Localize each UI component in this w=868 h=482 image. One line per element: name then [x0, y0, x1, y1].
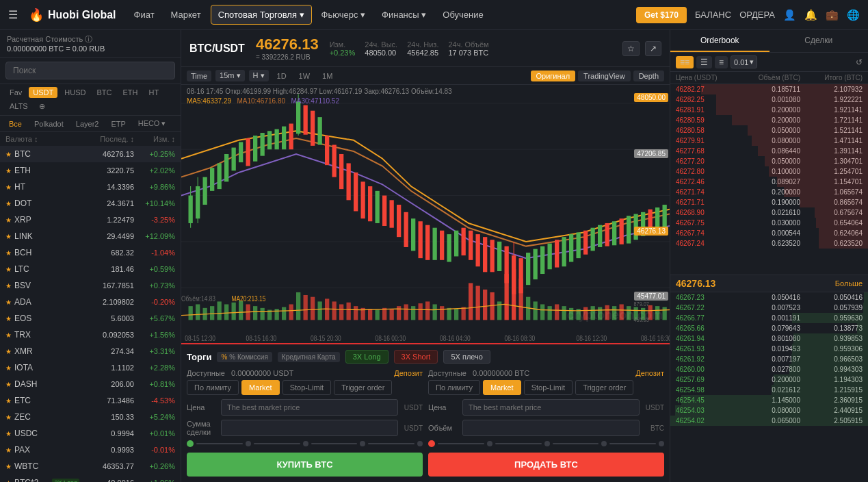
nav-education[interactable]: Обучение [436, 5, 490, 24]
view-original[interactable]: Оригинал [531, 71, 576, 81]
star-icon-eos[interactable]: ★ [5, 315, 12, 322]
sidebar-item-xrp[interactable]: ★ XRP 1.22479 -3.25% [0, 212, 181, 228]
star-icon-eth[interactable]: ★ [5, 167, 12, 175]
short-btn[interactable]: 3X Short [394, 350, 438, 364]
sell-slider-50[interactable] [544, 441, 550, 446]
ask-row[interactable]: 46282.27 0.185711 2.107932 [670, 84, 868, 94]
filter-etp[interactable]: ETP [107, 118, 129, 129]
sidebar-item-eth[interactable]: ★ ETH 3220.75 +2.02% [0, 162, 181, 179]
ask-row[interactable]: 46267.75 0.030000 0.654064 [670, 218, 868, 228]
sidebar-item-pax[interactable]: ★ PAX 0.9993 -0.01% [0, 442, 181, 458]
wallet-icon[interactable]: 💼 [826, 9, 839, 21]
nav-futures[interactable]: Фьючерс ▾ [315, 5, 372, 24]
star-icon-xrp[interactable]: ★ [5, 216, 12, 224]
bid-row[interactable]: 46260.00 0.027800 0.994303 [670, 364, 868, 375]
sidebar-item-link[interactable]: ★ LINK 29.4499 +12.09% [0, 228, 181, 244]
ask-row[interactable]: 46271.71 0.190000 0.865674 [670, 197, 868, 207]
star-icon-bsv[interactable]: ★ [5, 282, 12, 290]
nav-finance[interactable]: Финансы ▾ [375, 5, 433, 24]
sidebar-item-btc[interactable]: ★ BTC 46276.13 +0.25% [0, 146, 181, 162]
bid-row[interactable]: 46267.23 0.050416 0.050416 [670, 292, 868, 303]
tab-alts[interactable]: ALTS [5, 101, 32, 112]
sidebar-item-btc*3[interactable]: ★ BTC*3 3X Long 40.9916 +1.06% [0, 474, 181, 482]
sidebar-item-trx[interactable]: ★ TRX 0.092053 +1.56% [0, 327, 181, 343]
buy-deposit-link[interactable]: Депозит [394, 369, 423, 377]
bell-icon[interactable]: 🔔 [804, 9, 817, 21]
star-icon-xmr[interactable]: ★ [5, 348, 12, 355]
ask-row[interactable]: 46272.46 0.089027 1.154701 [670, 177, 868, 187]
sidebar-item-zec[interactable]: ★ ZEC 150.33 +5.24% [0, 409, 181, 425]
ask-row[interactable]: 46281.91 0.200000 1.921141 [670, 105, 868, 115]
bid-row[interactable]: 46257.69 0.200000 1.194303 [670, 375, 868, 385]
interval-1w[interactable]: 1W [295, 71, 315, 81]
sell-tab-market[interactable]: Market [483, 380, 521, 395]
view-tradingview[interactable]: TradingView [578, 71, 631, 81]
sell-btn[interactable]: ПРОДАТЬ ВТС [428, 453, 664, 477]
ask-row[interactable]: 46267.74 0.000544 0.624064 [670, 228, 868, 238]
sidebar-item-ltc[interactable]: ★ LTC 181.46 +0.59% [0, 261, 181, 277]
tab-ht[interactable]: HT [144, 87, 163, 98]
filter-more[interactable]: НЕСО ▾ [135, 118, 170, 129]
tab-husd[interactable]: HUSD [60, 87, 90, 98]
sell-deposit-link[interactable]: Депозит [635, 369, 664, 377]
interval-1d[interactable]: 1D [273, 71, 291, 81]
sell-tab-stop[interactable]: Stop-Limit [524, 380, 573, 395]
ask-row[interactable]: 46279.91 0.080000 1.471141 [670, 136, 868, 146]
ask-row[interactable]: 46277.20 0.050000 1.304701 [670, 156, 868, 166]
ask-row[interactable]: 46267.24 0.623520 0.623520 [670, 238, 868, 249]
tab-orderbook[interactable]: Orderbook [670, 30, 770, 52]
buy-btn[interactable]: КУПИТЬ ВТС [187, 453, 423, 477]
filter-polkadot[interactable]: Polkadot [31, 118, 67, 129]
sell-slider-dot[interactable] [428, 440, 435, 447]
buy-tab-market[interactable]: Market [241, 380, 280, 395]
ob-refresh-icon[interactable]: ↺ [856, 58, 863, 67]
lever-btn[interactable]: 5X плечо [443, 350, 490, 364]
interval-h[interactable]: H ▾ [249, 70, 269, 81]
sell-slider-25[interactable] [487, 441, 492, 446]
sell-slider-75[interactable] [601, 441, 607, 446]
sell-slider-line2[interactable] [495, 443, 542, 444]
ob-view-bids[interactable]: ≡ [715, 56, 728, 68]
buy-amount-input[interactable] [221, 420, 398, 436]
bid-row[interactable]: 46254.45 1.145000 2.360915 [670, 395, 868, 405]
ask-row[interactable]: 46268.90 0.021610 0.675674 [670, 207, 868, 218]
sell-tab-limit[interactable]: По лимиту [428, 380, 480, 395]
bid-row[interactable]: 46265.66 0.079643 0.138773 [670, 323, 868, 333]
long-btn[interactable]: 3X Long [345, 350, 389, 364]
sidebar-item-usdc[interactable]: ★ USDC 0.9994 +0.01% [0, 425, 181, 442]
ask-row[interactable]: 46277.68 0.086440 1.391141 [670, 146, 868, 156]
orders-btn[interactable]: ОРДЕРА [739, 10, 775, 20]
globe-icon[interactable]: 🌐 [847, 9, 860, 21]
buy-slider-line[interactable] [196, 443, 243, 444]
buy-price-input[interactable] [221, 399, 398, 416]
star-icon-btc*3[interactable]: ★ [5, 479, 12, 483]
share-icon-btn[interactable]: ↗ [645, 41, 661, 56]
bid-row[interactable]: 46261.93 0.019453 0.959306 [670, 344, 868, 354]
star-icon-dot[interactable]: ★ [5, 200, 12, 207]
filter-layer2[interactable]: Layer2 [73, 118, 103, 129]
sidebar-item-xmr[interactable]: ★ XMR 274.34 +3.31% [0, 343, 181, 359]
bid-row[interactable]: 46267.22 0.007523 0.057939 [670, 303, 868, 313]
ask-row[interactable]: 46280.58 0.050000 1.521141 [670, 125, 868, 136]
filter-all[interactable]: Все [5, 118, 25, 129]
sidebar-item-dot[interactable]: ★ DOT 24.3671 +10.14% [0, 195, 181, 212]
bid-row[interactable]: 46254.02 0.065000 2.505915 [670, 416, 868, 426]
tab-usdt[interactable]: USDT [29, 87, 57, 98]
time-selector[interactable]: Time [187, 71, 211, 81]
star-icon-dash[interactable]: ★ [5, 381, 12, 388]
buy-tab-limit[interactable]: По лимиту [187, 380, 239, 395]
ob-precision[interactable]: 0.01 ▾ [731, 55, 757, 68]
nav-fiat[interactable]: Фиат [127, 5, 161, 24]
sidebar-item-ada[interactable]: ★ ADA 2.109802 -0.20% [0, 294, 181, 310]
interval-1m[interactable]: 1M [318, 71, 337, 81]
sidebar-item-dash[interactable]: ★ DASH 206.00 +0.81% [0, 376, 181, 392]
ask-row[interactable]: 46271.74 0.200000 1.065674 [670, 187, 868, 197]
search-input[interactable] [5, 62, 175, 79]
nav-market[interactable]: Маркет [164, 5, 208, 24]
sidebar-item-bch[interactable]: ★ BCH 682.32 -1.04% [0, 244, 181, 261]
sidebar-item-wbtc[interactable]: ★ WBTC 46353.77 +0.26% [0, 458, 181, 474]
star-icon-pax[interactable]: ★ [5, 446, 12, 454]
sell-tab-trigger[interactable]: Trigger order [575, 380, 633, 395]
bid-row[interactable]: 46266.77 0.001191 0.959630 [670, 313, 868, 323]
sell-amount-input[interactable] [462, 420, 640, 436]
